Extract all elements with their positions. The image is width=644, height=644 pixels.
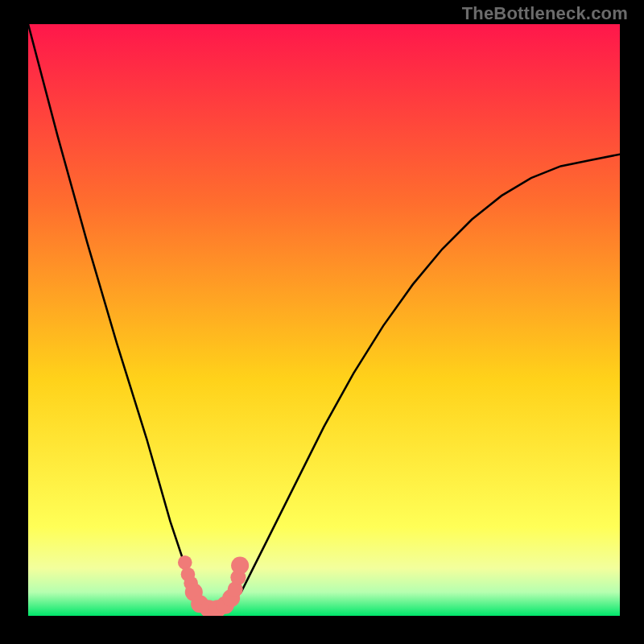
plot-area [28,24,620,616]
bottleneck-chart [28,24,620,616]
chart-frame: TheBottleneck.com [0,0,644,644]
gradient-background [28,24,620,616]
watermark-text: TheBottleneck.com [462,3,628,24]
marker-point [178,555,192,570]
marker-point [231,557,249,575]
